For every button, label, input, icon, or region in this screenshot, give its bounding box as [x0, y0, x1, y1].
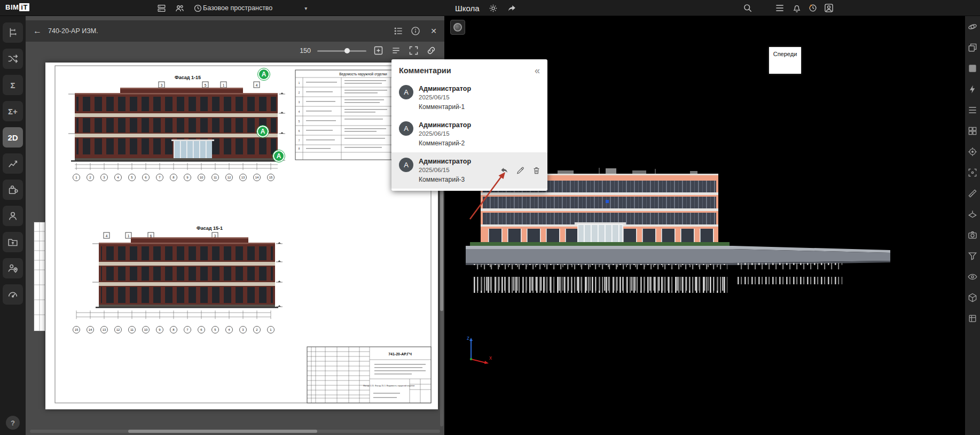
facade2-title: Фасад 15-1: [197, 226, 223, 231]
edit-icon[interactable]: [516, 166, 525, 175]
menu-list-icon[interactable]: [774, 3, 785, 13]
comment-item-3[interactable]: A Администратор 2025/06/15 Комментарий-3: [391, 152, 547, 189]
link-icon[interactable]: [426, 45, 437, 56]
comment-author: Администратор: [419, 85, 471, 92]
svg-text:10: 10: [200, 176, 203, 179]
filter-icon[interactable]: [967, 251, 978, 261]
properties-icon[interactable]: [967, 105, 978, 115]
comment-date: 2025/06/15: [419, 130, 471, 137]
measure-icon[interactable]: [967, 188, 978, 199]
connections-tool[interactable]: [3, 49, 23, 69]
svg-text:12: 12: [228, 176, 231, 179]
horizontal-scrollbar[interactable]: [30, 430, 440, 433]
delete-icon[interactable]: [532, 166, 541, 175]
storage-icon[interactable]: [156, 3, 167, 13]
comment-marker-1[interactable]: A: [258, 68, 270, 80]
help-button[interactable]: ?: [6, 416, 20, 430]
chevron-down-icon: ▾: [304, 5, 307, 11]
facade1-dimensions: [75, 163, 278, 170]
camera-icon[interactable]: [967, 230, 978, 240]
sheet-svg: Фасад 1-15 3 5 1 4: [45, 63, 438, 409]
axis-x-label: x: [489, 355, 492, 361]
recent-activity-icon[interactable]: [807, 3, 818, 13]
3d-annotation-pin[interactable]: [606, 200, 609, 203]
svg-text:5: 5: [205, 83, 207, 87]
comment-item-2[interactable]: A Администратор 2025/06/15 Комментарий-2: [391, 116, 547, 152]
analytics-tool[interactable]: [3, 153, 23, 174]
drawing-sheet[interactable]: Фасад 1-15 3 5 1 4: [45, 63, 438, 409]
comment-marker-3[interactable]: A: [273, 150, 285, 162]
search-icon[interactable]: [742, 3, 753, 13]
project-title: Школа: [455, 4, 480, 13]
avatar: A: [399, 85, 413, 99]
comment-author: Администратор: [419, 121, 471, 129]
focus-icon[interactable]: [967, 146, 978, 157]
sum-plus-tool[interactable]: Σ+: [3, 101, 23, 121]
horizontal-scrollbar-thumb[interactable]: [128, 430, 317, 433]
profile-icon[interactable]: [824, 3, 834, 13]
plugins-tool[interactable]: [3, 180, 23, 200]
sheet-list-icon[interactable]: [393, 26, 404, 36]
settings-gear-icon[interactable]: [488, 3, 498, 13]
copy-view-icon[interactable]: [967, 42, 978, 53]
shared-folder-tool[interactable]: [3, 232, 23, 252]
info-icon[interactable]: [410, 26, 421, 36]
back-arrow-icon[interactable]: ←: [33, 26, 42, 36]
reply-icon[interactable]: [500, 166, 509, 175]
view-2d-tool[interactable]: 2D: [3, 127, 23, 147]
facade1-axis-bubbles: 1 2 3 4 5 6 7 8 9 10 11 12 13 14: [73, 174, 275, 181]
title-block: 741-20-АР.ГЧ Фасад 1-15. Фасад 15-1. Вед…: [307, 347, 431, 403]
orbit-icon[interactable]: [967, 21, 978, 32]
drawing-panel-header: ← 740-20-АР ИЗМ. ✕: [26, 20, 444, 42]
model-cube-icon[interactable]: [967, 292, 978, 303]
comments-header: Комментарии «: [391, 59, 547, 80]
comment-item-1[interactable]: A Администратор 2025/06/15 Комментарий-1: [391, 80, 547, 116]
render-mode-icon[interactable]: [967, 63, 978, 74]
comment-marker-2[interactable]: A: [257, 126, 269, 137]
navigation-ball-icon: [453, 23, 462, 32]
bimit-logo[interactable]: BIMiT: [5, 3, 29, 11]
logo-bim: BIM: [5, 3, 19, 11]
view-list-icon[interactable]: [390, 45, 402, 56]
comment-text: Комментарий-3: [419, 176, 471, 183]
collapse-comments-icon[interactable]: «: [535, 67, 540, 74]
isolate-icon[interactable]: [967, 313, 978, 324]
zoom-slider-thumb[interactable]: [344, 48, 350, 53]
facade-2-drawing: Фасад 15-1 4 1 6 3: [73, 226, 283, 333]
add-frame-icon[interactable]: [373, 45, 384, 56]
svg-text:12: 12: [116, 328, 120, 331]
structure-tool[interactable]: [3, 22, 23, 43]
navigation-widget[interactable]: [450, 20, 465, 35]
zoom-value: 150: [300, 47, 311, 55]
split-view-icon[interactable]: [967, 126, 978, 136]
top-bar: BIMiT Базовое пространство ▾ Школа: [0, 0, 980, 16]
svg-text:3: 3: [161, 83, 163, 87]
visibility-icon[interactable]: [967, 271, 978, 282]
users-tool[interactable]: [3, 206, 23, 226]
svg-text:15: 15: [269, 176, 273, 179]
workspace-selector[interactable]: Базовое пространство ▾: [203, 0, 307, 16]
zoom-fit-icon[interactable]: [967, 167, 978, 178]
finish-table-title: Ведомость наружной отделки: [339, 72, 387, 76]
close-panel-icon[interactable]: ✕: [430, 27, 437, 35]
comment-actions: [500, 166, 541, 175]
notifications-bell-icon[interactable]: [791, 3, 802, 13]
facade2-dimensions: [76, 310, 271, 319]
viewcube-front-face[interactable]: Спереди: [769, 47, 801, 74]
axis-z-label: z: [467, 335, 469, 341]
fullscreen-icon[interactable]: [408, 45, 419, 56]
sum-tool[interactable]: Σ: [3, 75, 23, 95]
dashboard-tool[interactable]: [3, 284, 23, 305]
history-icon[interactable]: [193, 3, 203, 13]
explode-icon[interactable]: [967, 84, 978, 95]
comment-text: Комментарий-2: [419, 139, 471, 147]
clip-plane-icon[interactable]: [967, 209, 978, 220]
geo-users-tool[interactable]: [3, 258, 23, 278]
avatar: A: [399, 121, 413, 136]
team-icon[interactable]: [175, 3, 185, 13]
zoom-slider[interactable]: [317, 47, 366, 55]
svg-text:1: 1: [223, 83, 225, 87]
comment-text: Комментарий-1: [419, 103, 471, 111]
svg-text:4: 4: [106, 234, 108, 238]
share-icon[interactable]: [507, 3, 517, 13]
